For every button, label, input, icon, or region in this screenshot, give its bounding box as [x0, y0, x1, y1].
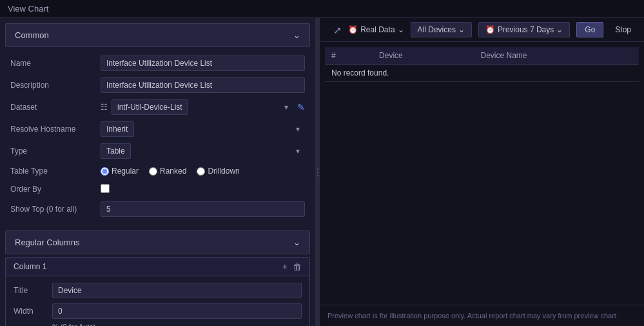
time-chevron-icon: ⌄: [556, 25, 563, 34]
real-data-button[interactable]: ⏰ Real Data ⌄: [348, 25, 404, 34]
show-top-value-wrapper: [101, 201, 305, 217]
resolve-hostname-select-container: Inherit: [101, 121, 305, 137]
stop-button[interactable]: Stop: [610, 23, 636, 37]
preview-text: Preview chart is for illustration purpos…: [320, 305, 644, 327]
col-width-row: Width: [14, 301, 302, 321]
dataset-edit-icon[interactable]: ✎: [297, 102, 305, 112]
column-1-delete-button[interactable]: 🗑: [293, 261, 302, 272]
col-width-value-wrapper: [52, 303, 302, 319]
common-section-header[interactable]: Common ⌄: [5, 23, 310, 47]
order-by-value-wrapper: [101, 184, 305, 195]
left-panel: Common ⌄ Name Description Dataset: [0, 18, 316, 326]
percent-note: % (0 for Auto): [52, 321, 302, 326]
table-body: No record found.: [325, 65, 639, 82]
dataset-select[interactable]: intf-Util-Device-List: [112, 99, 188, 115]
table-type-label: Table Type: [10, 167, 101, 176]
name-row: Name: [10, 52, 305, 74]
order-by-label: Order By: [10, 185, 101, 194]
real-data-chevron-icon: ⌄: [398, 25, 404, 34]
resolve-hostname-value-wrapper: Inherit: [101, 121, 305, 137]
order-by-checkbox[interactable]: [101, 184, 110, 193]
dataset-row: Dataset ☷ intf-Util-Device-List ✎: [10, 96, 305, 118]
resolve-hostname-label: Resolve Hostname: [10, 125, 101, 134]
col-device-name: Device Name: [474, 47, 639, 65]
regular-columns-chevron-icon: ⌄: [293, 238, 300, 247]
type-select[interactable]: Table: [101, 143, 131, 159]
table-area: # Device Device Name No record found.: [320, 42, 644, 305]
common-section-label: Common: [15, 30, 49, 40]
time-clock-icon: ⏰: [485, 25, 495, 34]
table-header-row: # Device Device Name: [325, 47, 639, 65]
column-1-header: Column 1 + 🗑: [6, 258, 309, 276]
name-input[interactable]: [101, 56, 305, 71]
radio-regular-input[interactable]: [101, 167, 109, 176]
column-1-actions: + 🗑: [282, 261, 302, 272]
description-value-wrapper: [101, 77, 305, 93]
radio-drilldown-label: Drilldown: [208, 167, 239, 176]
resize-dot-3: [317, 175, 318, 176]
resize-dot-2: [317, 172, 318, 173]
col-width-label: Width: [14, 307, 52, 316]
resize-dot-1: [317, 168, 318, 170]
name-value-wrapper: [101, 56, 305, 71]
radio-drilldown[interactable]: Drilldown: [197, 167, 239, 176]
radio-ranked[interactable]: Ranked: [149, 167, 186, 176]
devices-chevron-icon: ⌄: [458, 25, 465, 34]
expand-icon[interactable]: ➚: [333, 24, 342, 36]
resolve-hostname-select[interactable]: Inherit: [101, 121, 134, 137]
show-top-input[interactable]: [101, 201, 305, 217]
devices-button[interactable]: All Devices ⌄: [411, 22, 472, 37]
type-row: Type Table: [10, 140, 305, 162]
time-button[interactable]: ⏰ Previous 7 Days ⌄: [478, 22, 570, 37]
common-form: Name Description Dataset ☷: [0, 47, 315, 225]
table-type-radio-group: Regular Ranked Drilldown: [101, 167, 305, 176]
col-title-value-wrapper: [52, 283, 302, 298]
topbar-title: View Chart: [8, 4, 48, 14]
right-toolbar: ➚ ⏰ Real Data ⌄ All Devices ⌄ ⏰ Previous…: [320, 18, 644, 42]
regular-columns-label: Regular Columns: [15, 238, 79, 247]
radio-ranked-input[interactable]: [149, 167, 157, 176]
radio-regular[interactable]: Regular: [101, 167, 139, 176]
table-head: # Device Device Name: [325, 47, 639, 65]
topbar: View Chart: [0, 0, 644, 18]
col-device: Device: [373, 47, 474, 65]
go-label: Go: [585, 25, 595, 34]
type-value-wrapper: Table: [101, 143, 305, 159]
radio-drilldown-input[interactable]: [197, 167, 205, 176]
col-title-row: Title: [14, 280, 302, 301]
radio-ranked-label: Ranked: [160, 167, 186, 176]
main-layout: Common ⌄ Name Description Dataset: [0, 18, 644, 326]
column-1-add-button[interactable]: +: [282, 261, 288, 272]
column-1-item: Column 1 + 🗑 Title Width: [5, 257, 310, 326]
common-chevron-icon: ⌄: [293, 30, 300, 40]
show-top-row: Show Top (0 for all): [10, 198, 305, 220]
go-button[interactable]: Go: [576, 22, 603, 37]
dataset-select-container: intf-Util-Device-List: [112, 99, 293, 115]
description-label: Description: [10, 81, 101, 90]
no-record-row: No record found.: [325, 65, 639, 82]
stop-label: Stop: [615, 25, 631, 34]
real-data-label: Real Data: [360, 25, 395, 34]
dataset-label: Dataset: [10, 103, 101, 112]
col-width-input[interactable]: [52, 303, 302, 319]
time-label: Previous 7 Days: [498, 25, 554, 34]
description-input[interactable]: [101, 77, 305, 93]
resolve-hostname-row: Resolve Hostname Inherit: [10, 118, 305, 140]
data-table: # Device Device Name No record found.: [325, 47, 639, 82]
dataset-value-wrapper: ☷ intf-Util-Device-List ✎: [101, 99, 305, 115]
col-title-input[interactable]: [52, 283, 302, 298]
real-data-clock-icon: ⏰: [348, 25, 358, 34]
right-panel: ➚ ⏰ Real Data ⌄ All Devices ⌄ ⏰ Previous…: [320, 18, 644, 326]
dataset-table-icon: ☷: [101, 103, 108, 112]
radio-regular-label: Regular: [112, 167, 139, 176]
col-hash: #: [325, 47, 373, 65]
no-record-text: No record found.: [325, 65, 639, 82]
regular-columns-section-header[interactable]: Regular Columns ⌄: [5, 230, 310, 254]
type-label: Type: [10, 147, 101, 156]
type-select-container: Table: [101, 143, 305, 159]
column-1-body: Title Width % (0 for Auto): [6, 276, 309, 326]
name-label: Name: [10, 59, 101, 68]
devices-label: All Devices: [418, 25, 456, 34]
order-by-row: Order By: [10, 180, 305, 198]
table-type-value-wrapper: Regular Ranked Drilldown: [101, 167, 305, 176]
